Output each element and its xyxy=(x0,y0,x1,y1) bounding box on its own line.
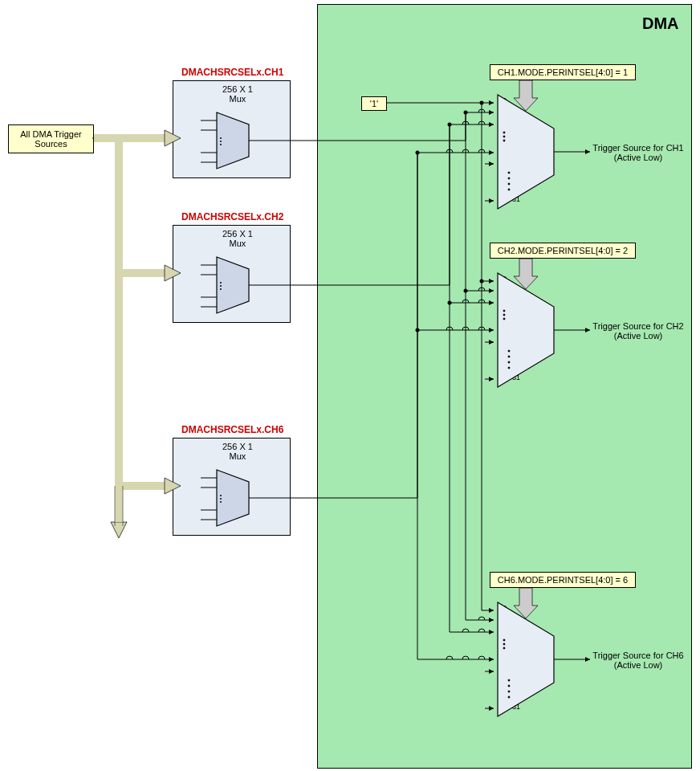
mux3-in2: 2 xyxy=(504,628,508,636)
mux1-in1: 1 xyxy=(503,108,507,116)
mux-ch6-sub: 256 X 1 Mux xyxy=(222,442,253,461)
constant-one: '1' xyxy=(361,96,387,111)
dma-title: DMA xyxy=(642,14,679,33)
mux2-in31: 31 xyxy=(512,373,520,381)
mux1-in0: 0 xyxy=(503,96,507,104)
output-ch1-l1: Trigger Source for CH1 xyxy=(592,143,683,153)
mux2-in0: 0 xyxy=(503,275,507,283)
mux-ch2-title: DMACHSRCSELx.CH2 xyxy=(181,211,283,222)
output-ch1-l2: (Active Low) xyxy=(614,153,663,162)
mux-ch1-title: DMACHSRCSELx.CH1 xyxy=(181,67,283,78)
mux3-in31: 31 xyxy=(512,703,520,711)
mux2-in7: 7 xyxy=(509,337,513,345)
mux2-in6: 6 xyxy=(507,325,511,333)
output-ch6-l1: Trigger Source for CH6 xyxy=(592,651,683,660)
mux2-in2: 2 xyxy=(504,299,508,307)
mux-ch6-title: DMACHSRCSELx.CH6 xyxy=(181,424,283,435)
mux1-in7: 7 xyxy=(509,159,513,167)
mux3-in7: 7 xyxy=(509,667,513,675)
output-ch2-l1: Trigger Source for CH2 xyxy=(592,321,683,331)
perintsel-ch1: CH1.MODE.PERINTSEL[4:0] = 1 xyxy=(490,64,636,80)
mux3-in1: 1 xyxy=(503,616,507,624)
output-ch6: Trigger Source for CH6 (Active Low) xyxy=(586,651,690,670)
mux1-in6: 6 xyxy=(507,147,511,155)
mux-ch1-sub: 256 X 1 Mux xyxy=(222,84,253,104)
mux3-in6: 6 xyxy=(507,655,511,663)
trigger-source-box: All DMA Trigger Sources xyxy=(8,124,94,153)
output-ch2-l2: (Active Low) xyxy=(614,331,663,341)
mux3-in0: 0 xyxy=(503,604,507,612)
output-ch1: Trigger Source for CH1 (Active Low) xyxy=(586,143,690,162)
svg-marker-3 xyxy=(111,522,127,538)
perintsel-ch6: CH6.MODE.PERINTSEL[4:0] = 6 xyxy=(490,572,636,588)
mux2-in1: 1 xyxy=(503,287,507,295)
mux1-in2: 2 xyxy=(504,120,508,128)
mux-ch2-sub: 256 X 1 Mux xyxy=(222,229,253,248)
perintsel-ch2: CH2.MODE.PERINTSEL[4:0] = 2 xyxy=(490,243,636,259)
output-ch6-l2: (Active Low) xyxy=(614,660,663,670)
output-ch2: Trigger Source for CH2 (Active Low) xyxy=(586,321,690,341)
mux1-in31: 31 xyxy=(512,195,520,203)
